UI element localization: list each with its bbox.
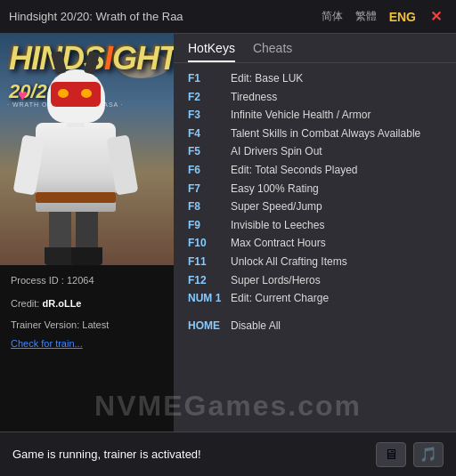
title-bar: Hindsight 20/20: Wrath of the Raa 简体 繁體 … xyxy=(0,0,456,34)
process-info: Process ID : 12064 Credit: dR.oLLe Train… xyxy=(0,265,174,360)
key-f4: F4 xyxy=(188,125,231,142)
hotkey-row: NUM 1 Edit: Current Charge xyxy=(188,290,442,307)
key-f11: F11 xyxy=(188,254,231,270)
desc-f5: AI Drivers Spin Out xyxy=(231,143,322,160)
process-id-label: Process ID : xyxy=(11,275,64,286)
desc-f9: Invisible to Leeches xyxy=(231,217,324,234)
key-f1: F1 xyxy=(188,70,231,87)
hotkey-row: F11 Unlock All Crafting Items xyxy=(188,254,442,270)
key-f8: F8 xyxy=(188,198,231,215)
check-for-trainer-link[interactable]: Check for train... xyxy=(11,335,163,353)
key-num1: NUM 1 xyxy=(188,290,231,307)
desc-f4: Talent Skills in Combat Always Available xyxy=(231,125,420,142)
hotkey-row: F2 Tiredness xyxy=(188,89,442,106)
window-title: Hindsight 20/20: Wrath of the Raa xyxy=(9,10,183,23)
status-icons: 🖥 🎵 xyxy=(376,442,444,467)
hotkey-row: F4 Talent Skills in Combat Always Availa… xyxy=(188,125,442,142)
desc-num1: Edit: Current Charge xyxy=(231,290,329,307)
desc-home: Disable All xyxy=(231,318,281,335)
hotkey-row-home: HOME Disable All xyxy=(188,318,442,335)
desc-f11: Unlock All Crafting Items xyxy=(231,254,347,270)
trainer-version-value: Latest xyxy=(82,319,109,330)
key-f2: F2 xyxy=(188,89,231,106)
desc-f1: Edit: Base LUK xyxy=(231,70,303,87)
key-home: HOME xyxy=(188,318,231,335)
credit-name: dR.oLLe xyxy=(42,298,81,309)
hotkey-row: F12 Super Lords/Heros xyxy=(188,272,442,289)
desc-f3: Infinite Vehicle Health / Armor xyxy=(231,107,370,124)
game-image: HINDSIGHT 20/20 · WRATH OF THE RAAKSHASA… xyxy=(0,34,174,265)
hotkey-row: F7 Easy 100% Rating xyxy=(188,181,442,198)
trainer-version-row: Trainer Version: Latest xyxy=(11,317,163,335)
key-f7: F7 xyxy=(188,181,231,198)
left-panel: HINDSIGHT 20/20 · WRATH OF THE RAAKSHASA… xyxy=(0,34,174,432)
music-icon[interactable]: 🎵 xyxy=(413,442,444,467)
hotkey-row: F8 Super Speed/Jump xyxy=(188,198,442,215)
desc-f10: Max Contract Hours xyxy=(231,235,326,252)
lang-simplified-btn[interactable]: 简体 xyxy=(318,7,346,26)
status-message: Game is running, trainer is activated! xyxy=(12,448,201,461)
close-button[interactable]: ✕ xyxy=(425,6,447,27)
credit-row: Credit: dR.oLLe xyxy=(11,295,163,313)
key-f10: F10 xyxy=(188,235,231,252)
language-buttons: 简体 繁體 ENG ✕ xyxy=(318,6,447,27)
desc-f7: Easy 100% Rating xyxy=(231,181,319,198)
desc-f6: Edit: Total Seconds Played xyxy=(231,162,358,179)
right-panel: HotKeys Cheats F1 Edit: Base LUK F2 Tire… xyxy=(174,34,456,432)
process-id-value: 12064 xyxy=(67,275,94,286)
lang-traditional-btn[interactable]: 繁體 xyxy=(352,7,380,26)
key-f9: F9 xyxy=(188,217,231,234)
monitor-icon[interactable]: 🖥 xyxy=(376,442,406,467)
tab-cheats[interactable]: Cheats xyxy=(253,41,292,62)
tabs-row: HotKeys Cheats xyxy=(174,34,456,63)
lang-english-btn[interactable]: ENG xyxy=(386,8,419,26)
credit-label: Credit: xyxy=(11,298,39,309)
key-f6: F6 xyxy=(188,162,231,179)
desc-f8: Super Speed/Jump xyxy=(231,198,322,215)
hotkey-row: F10 Max Contract Hours xyxy=(188,235,442,252)
status-bar: Game is running, trainer is activated! 🖥… xyxy=(0,432,456,476)
key-f12: F12 xyxy=(188,272,231,289)
tab-hotkeys[interactable]: HotKeys xyxy=(188,41,235,62)
trainer-version-label: Trainer Version: xyxy=(11,319,79,330)
desc-f2: Tiredness xyxy=(231,89,277,106)
hotkeys-content: F1 Edit: Base LUK F2 Tiredness F3 Infini… xyxy=(174,63,456,432)
process-id-row: Process ID : 12064 xyxy=(11,272,163,290)
hotkey-row: F5 AI Drivers Spin Out xyxy=(188,143,442,160)
hotkey-row: F6 Edit: Total Seconds Played xyxy=(188,162,442,179)
main-area: HINDSIGHT 20/20 · WRATH OF THE RAAKSHASA… xyxy=(0,34,456,432)
hotkey-row: F1 Edit: Base LUK xyxy=(188,70,442,87)
key-f5: F5 xyxy=(188,143,231,160)
key-f3: F3 xyxy=(188,107,231,124)
character-art: ♥ xyxy=(13,87,156,265)
hotkey-row: F9 Invisible to Leeches xyxy=(188,217,442,234)
desc-f12: Super Lords/Heros xyxy=(231,272,321,289)
hotkey-row: F3 Infinite Vehicle Health / Armor xyxy=(188,107,442,124)
